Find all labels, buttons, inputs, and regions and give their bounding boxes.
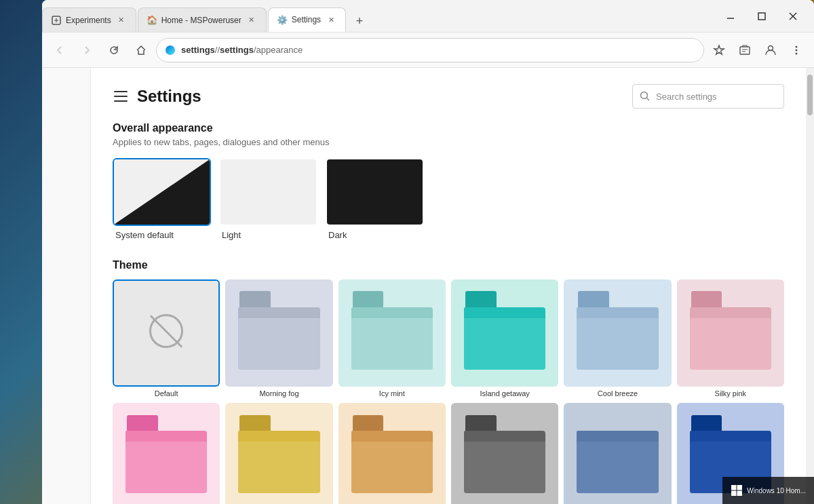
theme-preview-default	[113, 279, 220, 387]
search-settings-input[interactable]	[656, 92, 777, 102]
theme-preview-cool_slate	[564, 403, 671, 504]
theme-preview-bubblegum	[113, 403, 220, 504]
theme-card-dark_stormy[interactable]: Dark & stormy	[451, 403, 558, 504]
title-bar: Experiments ✕ 🏠 Home - MSPoweruser ✕ ⚙️ …	[42, 0, 814, 33]
settings-sidebar	[42, 68, 91, 504]
theme-preview-cool_breeze	[564, 279, 671, 387]
dark-preview	[326, 158, 424, 226]
taskbar-text: Windows 10 Hom...	[747, 487, 806, 495]
overall-appearance-title: Overall appearance	[113, 122, 784, 134]
search-settings-box[interactable]	[632, 84, 784, 109]
svg-point-7	[166, 45, 175, 55]
tab-experiments-close[interactable]: ✕	[115, 14, 128, 26]
tab-settings-label: Settings	[292, 15, 321, 24]
search-icon	[640, 91, 651, 102]
overall-appearance-section: Overall appearance Applies to new tabs, …	[113, 122, 784, 240]
svg-line-16	[646, 98, 649, 100]
minimize-button[interactable]	[715, 5, 746, 27]
appearance-options: System default Light Dark	[113, 158, 784, 240]
tab-home-label: Home - MSPoweruser	[161, 16, 241, 25]
back-button[interactable]	[47, 38, 72, 62]
svg-rect-17	[731, 485, 737, 490]
theme-card-cool_breeze[interactable]: Cool breeze	[564, 279, 671, 398]
theme-preview-island_getaway	[451, 279, 558, 387]
experiments-icon	[51, 15, 62, 26]
theme-card-mango_paradise[interactable]: Mango paradise	[338, 403, 446, 504]
tab-home[interactable]: 🏠 Home - MSPoweruser ✕	[138, 7, 267, 32]
theme-card-morning_fog[interactable]: Morning fog	[225, 279, 332, 398]
profile-button[interactable]	[758, 38, 783, 62]
theme-card-sunny_day[interactable]: Sunny day	[225, 403, 332, 504]
overall-appearance-subtitle: Applies to new tabs, pages, dialogues an…	[113, 137, 784, 147]
theme-card-island_getaway[interactable]: Island getaway	[451, 279, 558, 398]
theme-label-island_getaway: Island getaway	[451, 389, 558, 398]
theme-card-default[interactable]: Default	[113, 279, 220, 398]
settings-tab-icon: ⚙️	[277, 14, 288, 25]
system-default-preview	[113, 158, 211, 226]
theme-section: Theme Default Morning fog	[113, 259, 784, 504]
tab-settings[interactable]: ⚙️ Settings ✕	[268, 7, 346, 32]
forward-button[interactable]	[75, 38, 99, 62]
svg-rect-8	[740, 47, 750, 54]
settings-title-area: Settings	[113, 87, 201, 106]
address-text: settings//settings/appearance	[181, 45, 303, 55]
home-button[interactable]	[129, 38, 153, 62]
window-controls	[710, 5, 814, 27]
tab-home-close[interactable]: ✕	[246, 14, 258, 26]
svg-rect-19	[731, 491, 737, 497]
tab-strip: Experiments ✕ 🏠 Home - MSPoweruser ✕ ⚙️ …	[42, 0, 710, 32]
theme-label-icy_mint: Icy mint	[338, 389, 446, 398]
browser-window: Experiments ✕ 🏠 Home - MSPoweruser ✕ ⚙️ …	[42, 0, 814, 504]
appearance-system-default[interactable]: System default	[113, 158, 211, 240]
new-tab-button[interactable]: +	[349, 10, 370, 32]
favorites-star-button[interactable]	[707, 38, 731, 62]
appearance-dark[interactable]: Dark	[326, 158, 424, 240]
theme-card-icy_mint[interactable]: Icy mint	[338, 279, 446, 398]
theme-preview-sunny_day	[225, 403, 332, 504]
tab-experiments-label: Experiments	[66, 16, 111, 25]
system-default-label: System default	[113, 230, 211, 240]
maximize-button[interactable]	[746, 5, 777, 27]
theme-preview-morning_fog	[225, 279, 332, 387]
windows-logo	[731, 484, 743, 497]
tab-experiments[interactable]: Experiments ✕	[42, 7, 136, 32]
nav-bar: settings//settings/appearance	[42, 33, 814, 68]
theme-preview-silky_pink	[677, 279, 784, 387]
theme-label-morning_fog: Morning fog	[225, 389, 332, 398]
collections-button[interactable]	[733, 38, 757, 62]
refresh-button[interactable]	[102, 38, 126, 62]
theme-card-bubblegum[interactable]: Bubblegum	[113, 403, 220, 504]
theme-grid: Default Morning fog Icy mint	[113, 279, 784, 504]
theme-label-cool_breeze: Cool breeze	[564, 389, 671, 398]
theme-title: Theme	[113, 259, 784, 271]
taskbar: Windows 10 Hom...	[722, 477, 814, 504]
theme-preview-icy_mint	[338, 279, 446, 387]
dark-label: Dark	[326, 230, 424, 240]
theme-card-cool_slate[interactable]: Cool slate	[564, 403, 671, 504]
home-tab-icon: 🏠	[147, 15, 157, 26]
tab-settings-close[interactable]: ✕	[325, 14, 337, 26]
theme-label-default: Default	[113, 389, 220, 398]
theme-preview-mango_paradise	[338, 403, 446, 504]
settings-main-content: Settings Overall appearance Applies to n…	[91, 68, 806, 504]
theme-label-silky_pink: Silky pink	[677, 389, 784, 398]
address-bar[interactable]: settings//settings/appearance	[156, 38, 704, 62]
svg-point-14	[796, 52, 798, 54]
menu-icon[interactable]	[113, 88, 129, 104]
theme-preview-dark_stormy	[451, 403, 558, 504]
light-preview	[219, 158, 317, 226]
more-options-button[interactable]	[784, 38, 809, 62]
svg-rect-4	[758, 13, 765, 20]
close-button[interactable]	[777, 5, 809, 27]
scrollbar[interactable]	[806, 68, 814, 504]
theme-card-silky_pink[interactable]: Silky pink	[677, 279, 784, 398]
page-title: Settings	[137, 87, 201, 106]
svg-rect-20	[737, 491, 743, 497]
settings-header: Settings	[113, 84, 784, 109]
appearance-light[interactable]: Light	[219, 158, 317, 240]
scrollbar-thumb[interactable]	[807, 75, 813, 115]
nav-right-buttons	[707, 38, 809, 62]
svg-point-13	[796, 49, 798, 51]
light-label: Light	[219, 230, 317, 240]
settings-layout: Settings Overall appearance Applies to n…	[42, 68, 814, 504]
